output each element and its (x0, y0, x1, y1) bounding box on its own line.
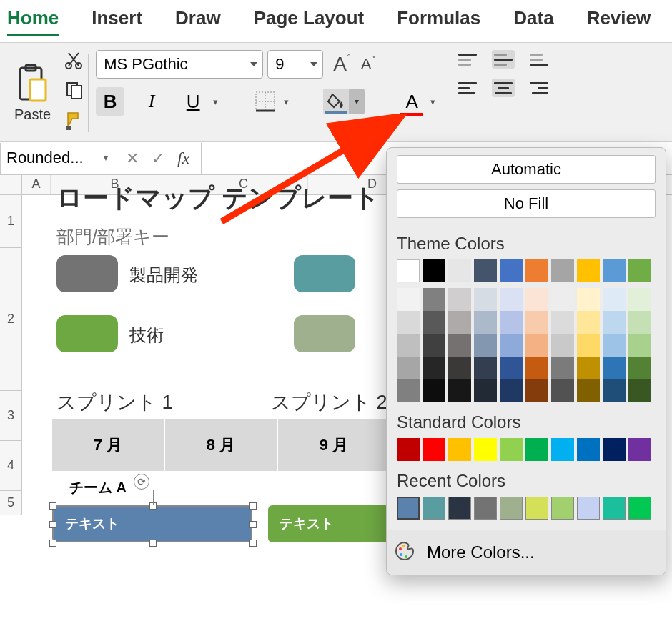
color-swatch[interactable] (448, 288, 471, 311)
color-swatch[interactable] (448, 497, 471, 520)
color-swatch[interactable] (525, 288, 548, 311)
resize-handle[interactable] (249, 521, 257, 528)
bold-button[interactable]: B (96, 87, 124, 116)
color-swatch[interactable] (525, 334, 548, 357)
color-swatch[interactable] (603, 497, 626, 520)
no-fill-button[interactable]: No Fill (397, 189, 656, 218)
cut-icon[interactable] (64, 50, 84, 73)
color-swatch[interactable] (500, 311, 523, 334)
color-swatch[interactable] (628, 334, 651, 357)
color-swatch[interactable] (577, 288, 600, 311)
color-swatch[interactable] (525, 438, 548, 461)
tab-data[interactable]: Data (513, 7, 553, 36)
color-swatch[interactable] (551, 334, 574, 357)
color-swatch[interactable] (551, 288, 574, 311)
color-swatch[interactable] (423, 497, 445, 520)
resize-handle[interactable] (49, 540, 56, 547)
color-swatch[interactable] (474, 357, 497, 379)
cancel-formula-icon[interactable]: ✕ (126, 149, 139, 168)
color-swatch[interactable] (551, 311, 574, 334)
chevron-down-icon[interactable]: ▾ (213, 96, 218, 107)
color-swatch[interactable] (474, 288, 497, 311)
italic-button[interactable]: I (137, 87, 166, 116)
color-swatch[interactable] (397, 357, 420, 379)
automatic-button[interactable]: Automatic (397, 155, 656, 184)
name-box[interactable]: Rounded... ▾ (0, 143, 114, 174)
color-swatch[interactable] (397, 288, 420, 311)
tab-draw[interactable]: Draw (175, 7, 221, 36)
color-swatch[interactable] (423, 438, 445, 461)
color-swatch[interactable] (474, 334, 497, 357)
color-swatch[interactable] (448, 259, 471, 282)
color-swatch[interactable] (603, 379, 626, 402)
align-bottom-icon[interactable] (528, 50, 550, 69)
underline-button[interactable]: U (179, 87, 207, 116)
color-swatch[interactable] (628, 311, 651, 334)
color-swatch[interactable] (500, 438, 523, 461)
color-swatch[interactable] (500, 334, 523, 357)
color-swatch[interactable] (628, 357, 651, 379)
color-swatch[interactable] (397, 497, 420, 520)
enter-formula-icon[interactable]: ✓ (152, 149, 164, 168)
color-swatch[interactable] (500, 259, 523, 282)
col-header[interactable]: A (22, 175, 51, 194)
align-middle-icon[interactable] (492, 50, 515, 69)
color-swatch[interactable] (423, 288, 445, 311)
color-swatch[interactable] (551, 497, 574, 520)
row-header[interactable]: 2 (0, 248, 21, 391)
color-swatch[interactable] (448, 334, 471, 357)
resize-handle[interactable] (49, 502, 56, 510)
fill-color-chevron[interactable]: ▾ (349, 89, 365, 114)
color-swatch[interactable] (577, 379, 600, 402)
grow-font-icon[interactable]: A˄ (333, 53, 351, 76)
color-swatch[interactable] (423, 357, 445, 379)
fx-label[interactable]: fx (177, 149, 189, 168)
color-swatch[interactable] (628, 497, 651, 520)
color-swatch[interactable] (423, 379, 445, 402)
color-swatch[interactable] (474, 497, 497, 520)
format-painter-icon[interactable] (64, 110, 85, 134)
color-swatch[interactable] (577, 334, 600, 357)
color-swatch[interactable] (603, 334, 626, 357)
color-swatch[interactable] (423, 334, 445, 357)
more-colors-button[interactable]: More Colors... (387, 530, 666, 575)
color-swatch[interactable] (474, 379, 497, 402)
color-swatch[interactable] (500, 497, 523, 520)
row-header[interactable]: 3 (0, 391, 21, 441)
color-swatch[interactable] (628, 438, 651, 461)
color-swatch[interactable] (603, 288, 626, 311)
color-swatch[interactable] (628, 288, 651, 311)
color-swatch[interactable] (603, 311, 626, 334)
task-shape-selected[interactable]: テキスト (52, 505, 252, 542)
color-swatch[interactable] (525, 311, 548, 334)
color-swatch[interactable] (551, 379, 574, 402)
chevron-down-icon[interactable]: ▾ (284, 96, 289, 107)
color-swatch[interactable] (397, 259, 420, 282)
font-color-icon[interactable]: A (399, 89, 425, 114)
color-swatch[interactable] (423, 259, 445, 282)
color-swatch[interactable] (500, 288, 523, 311)
align-left-icon[interactable] (456, 79, 479, 97)
color-swatch[interactable] (577, 497, 600, 520)
copy-icon[interactable] (64, 80, 84, 103)
color-swatch[interactable] (397, 379, 420, 402)
shrink-font-icon[interactable]: A˅ (361, 55, 376, 74)
color-swatch[interactable] (397, 438, 420, 461)
color-swatch[interactable] (577, 259, 600, 282)
color-swatch[interactable] (628, 259, 651, 282)
tab-insert[interactable]: Insert (92, 7, 142, 36)
font-name-select[interactable] (96, 50, 263, 79)
color-swatch[interactable] (551, 438, 574, 461)
color-swatch[interactable] (603, 438, 626, 461)
color-swatch[interactable] (448, 357, 471, 379)
borders-icon[interactable] (252, 89, 278, 114)
color-swatch[interactable] (577, 438, 600, 461)
tab-home[interactable]: Home (7, 7, 59, 36)
color-swatch[interactable] (474, 438, 497, 461)
row-header[interactable]: 5 (0, 491, 21, 515)
color-swatch[interactable] (603, 259, 626, 282)
align-right-icon[interactable] (528, 79, 550, 97)
color-swatch[interactable] (500, 379, 523, 402)
color-swatch[interactable] (551, 357, 574, 379)
color-swatch[interactable] (474, 259, 497, 282)
